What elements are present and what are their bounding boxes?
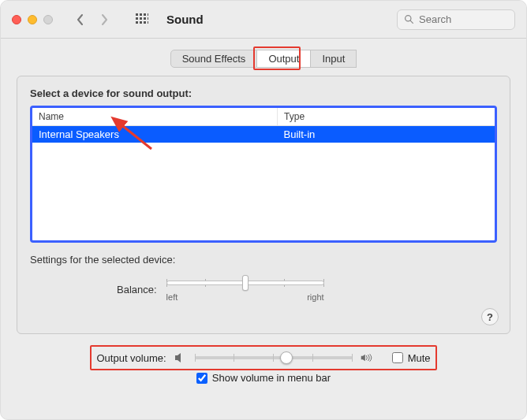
show-all-prefs-button[interactable] xyxy=(132,9,152,30)
minimize-window-button[interactable] xyxy=(28,15,37,24)
show-volume-menubar-label: Show volume in menu bar xyxy=(212,372,331,384)
device-prompt: Select a device for sound output: xyxy=(30,87,497,99)
zoom-window-button[interactable] xyxy=(43,15,53,24)
help-button[interactable]: ? xyxy=(481,308,499,325)
search-input[interactable] xyxy=(419,13,508,25)
device-list[interactable]: Name Type Internal Speakers Built-in xyxy=(30,106,497,243)
device-row[interactable]: Internal Speakers Built-in xyxy=(32,126,495,143)
output-volume-slider[interactable] xyxy=(195,351,353,364)
balance-slider-knob[interactable] xyxy=(242,275,249,291)
nav-buttons xyxy=(70,9,114,30)
sound-prefpane-window: Sound Sound Effects Output Input Select … xyxy=(0,0,527,420)
device-type: Built-in xyxy=(278,126,495,143)
output-volume-label: Output volume: xyxy=(96,352,166,364)
output-panel: Select a device for sound output: Name T… xyxy=(17,76,510,334)
svg-line-13 xyxy=(410,20,413,23)
svg-rect-1 xyxy=(140,13,142,16)
show-volume-menubar-checkbox[interactable] xyxy=(196,373,207,384)
balance-ends: left right xyxy=(166,292,324,302)
tab-input[interactable]: Input xyxy=(311,50,357,68)
speaker-low-icon xyxy=(174,352,187,363)
content-area: Sound Effects Output Input Select a devi… xyxy=(1,39,526,419)
balance-slider[interactable] xyxy=(166,277,324,289)
svg-rect-2 xyxy=(144,13,146,16)
column-type[interactable]: Type xyxy=(278,108,495,126)
output-volume-row: Output volume: xyxy=(96,351,430,364)
speaker-high-icon xyxy=(361,352,373,363)
mute-checkbox-row[interactable]: Mute xyxy=(392,352,431,364)
svg-rect-7 xyxy=(148,17,148,20)
forward-button[interactable] xyxy=(94,9,114,30)
device-name: Internal Speakers xyxy=(32,126,278,143)
search-icon xyxy=(404,14,414,24)
svg-rect-0 xyxy=(136,13,138,16)
device-list-header: Name Type xyxy=(32,108,495,126)
tab-output[interactable]: Output xyxy=(257,50,311,68)
tab-bar: Sound Effects Output Input xyxy=(170,50,357,68)
settings-subheading: Settings for the selected device: xyxy=(30,254,497,266)
mute-checkbox[interactable] xyxy=(392,352,403,363)
page-title: Sound xyxy=(166,13,204,26)
svg-rect-10 xyxy=(144,21,146,24)
output-volume-knob[interactable] xyxy=(280,351,293,364)
back-button[interactable] xyxy=(70,9,91,30)
bottom-area: Output volume: xyxy=(17,351,510,384)
device-list-spacer xyxy=(32,143,495,240)
svg-rect-5 xyxy=(140,17,142,20)
help-icon: ? xyxy=(487,311,493,323)
balance-left-label: left xyxy=(166,292,178,302)
tab-sound-effects[interactable]: Sound Effects xyxy=(170,50,258,68)
close-window-button[interactable] xyxy=(12,15,21,24)
svg-rect-9 xyxy=(140,21,142,24)
svg-rect-6 xyxy=(144,17,146,20)
svg-rect-8 xyxy=(136,21,138,24)
svg-rect-3 xyxy=(148,13,148,16)
show-volume-menubar-row[interactable]: Show volume in menu bar xyxy=(196,372,331,384)
svg-rect-4 xyxy=(136,17,138,20)
search-field[interactable] xyxy=(397,9,515,30)
balance-row: Balance: left right xyxy=(117,277,497,302)
balance-label: Balance: xyxy=(117,284,157,295)
window-controls xyxy=(12,15,53,24)
column-name[interactable]: Name xyxy=(32,108,278,126)
titlebar: Sound xyxy=(1,1,526,39)
mute-label: Mute xyxy=(408,352,431,364)
svg-rect-11 xyxy=(148,21,148,24)
balance-right-label: right xyxy=(307,292,323,302)
